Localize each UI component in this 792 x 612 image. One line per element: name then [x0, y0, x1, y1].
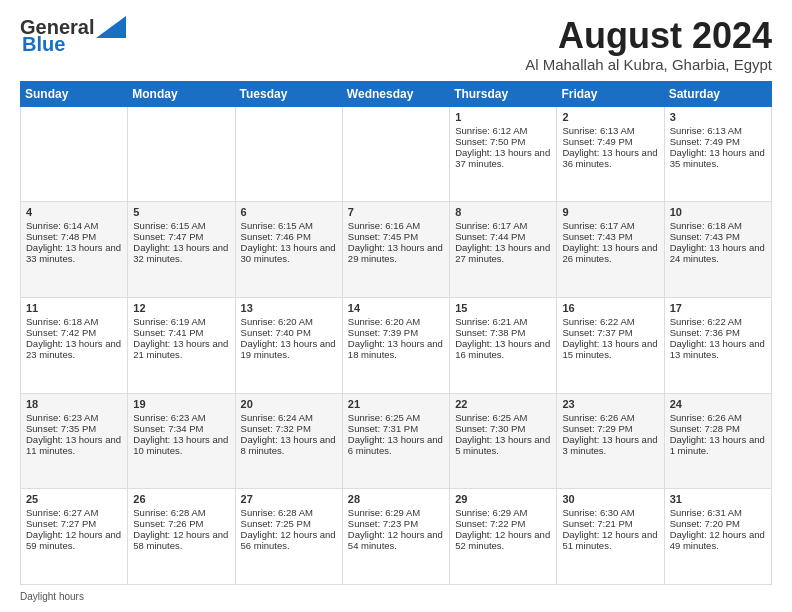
col-tuesday: Tuesday: [235, 81, 342, 106]
day-info: Daylight: 13 hours and 21 minutes.: [133, 338, 229, 360]
day-info: Sunrise: 6:28 AM: [133, 507, 229, 518]
day-info: Sunrise: 6:22 AM: [562, 316, 658, 327]
table-row: 31Sunrise: 6:31 AMSunset: 7:20 PMDayligh…: [664, 489, 771, 585]
day-info: Sunrise: 6:20 AM: [348, 316, 444, 327]
day-number: 27: [241, 493, 337, 505]
day-info: Sunset: 7:20 PM: [670, 518, 766, 529]
logo: General Blue: [20, 16, 126, 56]
day-number: 21: [348, 398, 444, 410]
day-info: Sunset: 7:37 PM: [562, 327, 658, 338]
day-info: Daylight: 13 hours and 18 minutes.: [348, 338, 444, 360]
day-number: 15: [455, 302, 551, 314]
day-info: Daylight: 13 hours and 26 minutes.: [562, 242, 658, 264]
day-info: Daylight: 13 hours and 13 minutes.: [670, 338, 766, 360]
table-row: 12Sunrise: 6:19 AMSunset: 7:41 PMDayligh…: [128, 297, 235, 393]
day-info: Sunrise: 6:17 AM: [455, 220, 551, 231]
day-info: Sunrise: 6:21 AM: [455, 316, 551, 327]
table-row: 21Sunrise: 6:25 AMSunset: 7:31 PMDayligh…: [342, 393, 449, 489]
day-info: Sunset: 7:39 PM: [348, 327, 444, 338]
day-info: Sunset: 7:25 PM: [241, 518, 337, 529]
day-info: Daylight: 13 hours and 32 minutes.: [133, 242, 229, 264]
day-info: Sunset: 7:27 PM: [26, 518, 122, 529]
table-row: 17Sunrise: 6:22 AMSunset: 7:36 PMDayligh…: [664, 297, 771, 393]
day-info: Daylight: 13 hours and 3 minutes.: [562, 434, 658, 456]
day-info: Sunset: 7:38 PM: [455, 327, 551, 338]
day-number: 24: [670, 398, 766, 410]
table-row: 1Sunrise: 6:12 AMSunset: 7:50 PMDaylight…: [450, 106, 557, 202]
day-number: 31: [670, 493, 766, 505]
day-info: Sunset: 7:49 PM: [562, 136, 658, 147]
day-number: 10: [670, 206, 766, 218]
day-number: 4: [26, 206, 122, 218]
day-number: 7: [348, 206, 444, 218]
day-info: Sunset: 7:32 PM: [241, 423, 337, 434]
table-row: 22Sunrise: 6:25 AMSunset: 7:30 PMDayligh…: [450, 393, 557, 489]
table-row: 14Sunrise: 6:20 AMSunset: 7:39 PMDayligh…: [342, 297, 449, 393]
page-header: General Blue August 2024 Al Mahallah al …: [20, 16, 772, 73]
day-info: Daylight: 12 hours and 51 minutes.: [562, 529, 658, 551]
table-row: 27Sunrise: 6:28 AMSunset: 7:25 PMDayligh…: [235, 489, 342, 585]
calendar-week-row: 4Sunrise: 6:14 AMSunset: 7:48 PMDaylight…: [21, 202, 772, 298]
day-info: Sunrise: 6:20 AM: [241, 316, 337, 327]
table-row: 3Sunrise: 6:13 AMSunset: 7:49 PMDaylight…: [664, 106, 771, 202]
table-row: 15Sunrise: 6:21 AMSunset: 7:38 PMDayligh…: [450, 297, 557, 393]
day-info: Sunrise: 6:26 AM: [562, 412, 658, 423]
day-info: Sunset: 7:29 PM: [562, 423, 658, 434]
table-row: 5Sunrise: 6:15 AMSunset: 7:47 PMDaylight…: [128, 202, 235, 298]
day-number: 26: [133, 493, 229, 505]
table-row: 9Sunrise: 6:17 AMSunset: 7:43 PMDaylight…: [557, 202, 664, 298]
day-info: Sunrise: 6:28 AM: [241, 507, 337, 518]
day-info: Sunrise: 6:23 AM: [26, 412, 122, 423]
table-row: 16Sunrise: 6:22 AMSunset: 7:37 PMDayligh…: [557, 297, 664, 393]
day-info: Daylight: 13 hours and 35 minutes.: [670, 147, 766, 169]
day-info: Daylight: 13 hours and 29 minutes.: [348, 242, 444, 264]
day-number: 16: [562, 302, 658, 314]
day-info: Sunset: 7:35 PM: [26, 423, 122, 434]
table-row: [342, 106, 449, 202]
day-info: Daylight: 12 hours and 59 minutes.: [26, 529, 122, 551]
day-info: Daylight: 12 hours and 52 minutes.: [455, 529, 551, 551]
day-info: Sunrise: 6:25 AM: [455, 412, 551, 423]
day-number: 13: [241, 302, 337, 314]
day-info: Sunrise: 6:24 AM: [241, 412, 337, 423]
table-row: 4Sunrise: 6:14 AMSunset: 7:48 PMDaylight…: [21, 202, 128, 298]
table-row: 24Sunrise: 6:26 AMSunset: 7:28 PMDayligh…: [664, 393, 771, 489]
day-info: Daylight: 12 hours and 54 minutes.: [348, 529, 444, 551]
table-row: 10Sunrise: 6:18 AMSunset: 7:43 PMDayligh…: [664, 202, 771, 298]
day-info: Sunrise: 6:29 AM: [348, 507, 444, 518]
day-info: Sunset: 7:49 PM: [670, 136, 766, 147]
day-info: Sunset: 7:48 PM: [26, 231, 122, 242]
day-number: 30: [562, 493, 658, 505]
day-number: 12: [133, 302, 229, 314]
day-info: Sunrise: 6:17 AM: [562, 220, 658, 231]
day-number: 28: [348, 493, 444, 505]
day-info: Daylight: 13 hours and 33 minutes.: [26, 242, 122, 264]
table-row: 13Sunrise: 6:20 AMSunset: 7:40 PMDayligh…: [235, 297, 342, 393]
table-row: 26Sunrise: 6:28 AMSunset: 7:26 PMDayligh…: [128, 489, 235, 585]
day-info: Daylight: 13 hours and 1 minute.: [670, 434, 766, 456]
day-info: Daylight: 13 hours and 11 minutes.: [26, 434, 122, 456]
table-row: 23Sunrise: 6:26 AMSunset: 7:29 PMDayligh…: [557, 393, 664, 489]
day-info: Sunrise: 6:27 AM: [26, 507, 122, 518]
day-info: Sunset: 7:30 PM: [455, 423, 551, 434]
day-info: Sunrise: 6:23 AM: [133, 412, 229, 423]
day-number: 11: [26, 302, 122, 314]
day-info: Sunset: 7:21 PM: [562, 518, 658, 529]
day-info: Daylight: 12 hours and 56 minutes.: [241, 529, 337, 551]
day-info: Sunrise: 6:16 AM: [348, 220, 444, 231]
day-number: 9: [562, 206, 658, 218]
day-info: Daylight: 13 hours and 10 minutes.: [133, 434, 229, 456]
day-info: Sunset: 7:34 PM: [133, 423, 229, 434]
footer: Daylight hours: [20, 591, 772, 602]
day-number: 25: [26, 493, 122, 505]
day-info: Sunset: 7:42 PM: [26, 327, 122, 338]
page-title: August 2024: [525, 16, 772, 56]
day-info: Sunset: 7:50 PM: [455, 136, 551, 147]
table-row: [21, 106, 128, 202]
calendar-week-row: 25Sunrise: 6:27 AMSunset: 7:27 PMDayligh…: [21, 489, 772, 585]
day-info: Sunrise: 6:29 AM: [455, 507, 551, 518]
day-number: 6: [241, 206, 337, 218]
day-info: Daylight: 13 hours and 27 minutes.: [455, 242, 551, 264]
day-info: Sunrise: 6:26 AM: [670, 412, 766, 423]
svg-marker-0: [96, 16, 126, 38]
